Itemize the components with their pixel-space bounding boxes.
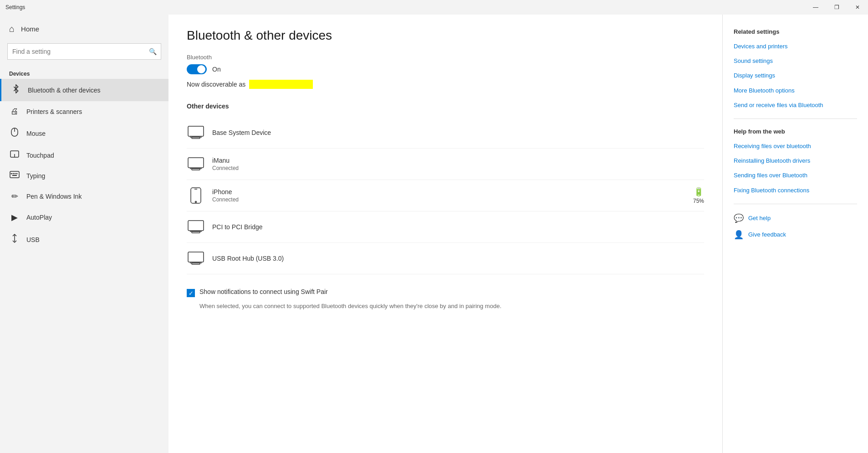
close-button[interactable]: ✕ <box>847 0 868 15</box>
swift-pair-label: Show notifications to connect using Swif… <box>199 288 328 295</box>
device-name-iphone: iPhone <box>212 188 686 196</box>
autoplay-icon: ▶ <box>9 212 20 222</box>
bluetooth-toggle[interactable] <box>187 64 207 74</box>
usb-icon <box>9 233 20 246</box>
device-info-pci: PCI to PCI Bridge <box>212 223 704 231</box>
sidebar-item-bluetooth[interactable]: Bluetooth & other devices <box>0 79 168 101</box>
other-devices-heading: Other devices <box>187 103 704 110</box>
swift-pair-description: When selected, you can connect to suppor… <box>187 302 704 311</box>
device-info-iphone: iPhone Connected <box>212 188 686 203</box>
right-panel: Related settings Devices and printers So… <box>722 15 868 453</box>
sidebar-item-printers[interactable]: 🖨 Printers & scanners <box>0 101 168 122</box>
svg-rect-14 <box>188 158 204 168</box>
titlebar: Settings — ❐ ✕ <box>0 0 868 15</box>
window-controls: — ❐ ✕ <box>805 0 868 15</box>
search-box[interactable]: 🔍 <box>7 43 161 60</box>
page-title: Bluetooth & other devices <box>187 28 704 43</box>
search-input[interactable] <box>7 43 161 60</box>
divider-2 <box>734 204 857 204</box>
main-content: Bluetooth & other devices Bluetooth On N… <box>168 15 722 453</box>
sidebar-item-usb[interactable]: USB <box>0 228 168 251</box>
related-link-display[interactable]: Display settings <box>734 72 857 80</box>
sidebar-item-autoplay-label: AutoPlay <box>26 214 52 221</box>
sidebar: ⌂ Home 🔍 Devices Bluetooth & other devic… <box>0 15 168 453</box>
svg-point-19 <box>195 201 197 203</box>
sidebar-item-mouse[interactable]: Mouse <box>0 122 168 145</box>
battery-percent: 75% <box>693 198 704 204</box>
sidebar-home-label: Home <box>21 25 39 33</box>
device-item-iphone[interactable]: iPhone Connected 🔋 75% <box>187 180 704 211</box>
device-list: Base System Device iManu Connected <box>187 117 704 274</box>
bluetooth-label: Bluetooth <box>187 54 704 61</box>
mouse-icon <box>9 127 20 139</box>
device-icon-imanu <box>187 155 205 173</box>
sidebar-item-home[interactable]: ⌂ Home <box>0 18 168 40</box>
device-name-imanu: iManu <box>212 157 704 164</box>
sidebar-item-printers-label: Printers & scanners <box>26 108 82 115</box>
related-link-send-receive[interactable]: Send or receive files via Bluetooth <box>734 101 857 109</box>
give-feedback-icon: 👤 <box>734 230 744 240</box>
discoverable-row: Now discoverable as <box>187 80 704 89</box>
svg-rect-23 <box>188 252 204 262</box>
help-link-receiving[interactable]: Receiving files over bluetooth <box>734 142 857 150</box>
sidebar-section-label: Devices <box>0 67 168 79</box>
get-help-row[interactable]: 💬 Get help <box>734 213 857 223</box>
svg-rect-4 <box>10 171 19 178</box>
divider <box>734 118 857 119</box>
sidebar-item-pen-label: Pen & Windows Ink <box>26 193 82 200</box>
device-item-imanu[interactable]: iManu Connected <box>187 149 704 180</box>
device-status-imanu: Connected <box>212 165 704 171</box>
typing-icon <box>9 171 20 180</box>
home-icon: ⌂ <box>9 24 15 34</box>
help-link-sending[interactable]: Sending files over Bluetooth <box>734 171 857 180</box>
give-feedback-link[interactable]: Give feedback <box>748 231 786 238</box>
device-info-imanu: iManu Connected <box>212 157 704 171</box>
sidebar-item-mouse-label: Mouse <box>26 130 46 137</box>
device-name-highlight <box>249 80 313 89</box>
device-icon-iphone <box>187 186 205 205</box>
swift-pair-section: ✓ Show notifications to connect using Sw… <box>187 288 704 311</box>
swift-pair-checkbox[interactable]: ✓ <box>187 289 195 297</box>
related-link-devices-printers[interactable]: Devices and printers <box>734 42 857 51</box>
give-feedback-row[interactable]: 👤 Give feedback <box>734 230 857 240</box>
sidebar-item-touchpad[interactable]: Touchpad <box>0 145 168 165</box>
sidebar-item-typing[interactable]: Typing <box>0 165 168 186</box>
device-info-usb-hub: USB Root Hub (USB 3.0) <box>212 255 704 262</box>
device-icon-usb-hub <box>187 249 205 268</box>
device-status-iphone: Connected <box>212 196 686 203</box>
checkmark-icon: ✓ <box>189 290 194 296</box>
device-info-base: Base System Device <box>212 129 704 136</box>
bluetooth-toggle-row: On <box>187 64 704 74</box>
sidebar-item-typing-label: Typing <box>26 172 45 180</box>
device-name-usb-hub: USB Root Hub (USB 3.0) <box>212 255 704 262</box>
device-item-pci[interactable]: PCI to PCI Bridge <box>187 211 704 243</box>
toggle-knob <box>197 65 205 73</box>
device-icon-base <box>187 124 205 142</box>
minimize-button[interactable]: — <box>805 0 826 15</box>
toggle-label: On <box>212 66 221 73</box>
device-battery-iphone: 🔋 75% <box>693 187 704 204</box>
get-help-icon: 💬 <box>734 213 744 223</box>
sidebar-item-usb-label: USB <box>26 236 40 243</box>
help-link-fixing[interactable]: Fixing Bluetooth connections <box>734 186 857 195</box>
search-icon: 🔍 <box>149 48 157 55</box>
svg-rect-11 <box>188 126 204 136</box>
help-section-title: Help from the web <box>734 128 857 135</box>
device-name-base: Base System Device <box>212 129 704 136</box>
battery-icon: 🔋 <box>694 187 704 197</box>
printer-icon: 🖨 <box>9 107 20 116</box>
discoverable-prefix: Now discoverable as <box>187 81 245 88</box>
get-help-link[interactable]: Get help <box>748 215 771 221</box>
app-title: Settings <box>5 4 25 10</box>
device-item-usb-hub[interactable]: USB Root Hub (USB 3.0) <box>187 243 704 274</box>
related-link-sound[interactable]: Sound settings <box>734 57 857 65</box>
sidebar-item-touchpad-label: Touchpad <box>26 152 54 159</box>
sidebar-item-autoplay[interactable]: ▶ AutoPlay <box>0 207 168 228</box>
device-item-base[interactable]: Base System Device <box>187 117 704 149</box>
help-link-reinstalling[interactable]: Reinstalling Bluetooth drivers <box>734 157 857 165</box>
device-name-pci: PCI to PCI Bridge <box>212 223 704 231</box>
maximize-button[interactable]: ❐ <box>826 0 847 15</box>
device-icon-pci <box>187 218 205 236</box>
related-link-more-bluetooth[interactable]: More Bluetooth options <box>734 87 857 95</box>
sidebar-item-pen[interactable]: ✏ Pen & Windows Ink <box>0 186 168 207</box>
